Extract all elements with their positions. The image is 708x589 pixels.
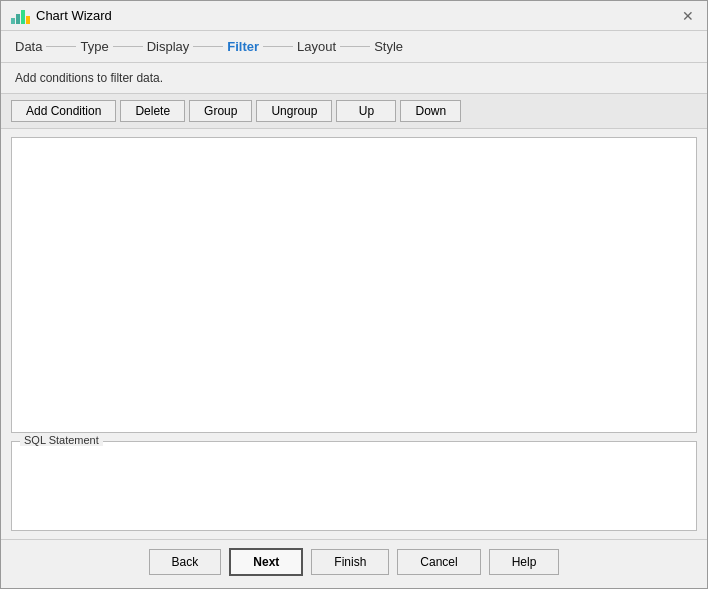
cancel-button[interactable]: Cancel bbox=[397, 549, 480, 575]
step-divider-4 bbox=[263, 46, 293, 47]
step-filter[interactable]: Filter bbox=[227, 39, 259, 54]
step-divider-5 bbox=[340, 46, 370, 47]
title-bar-left: Chart Wizard bbox=[11, 8, 112, 24]
conditions-area bbox=[11, 137, 697, 433]
finish-button[interactable]: Finish bbox=[311, 549, 389, 575]
step-divider-1 bbox=[46, 46, 76, 47]
title-bar: Chart Wizard ✕ bbox=[1, 1, 707, 31]
add-condition-button[interactable]: Add Condition bbox=[11, 100, 116, 122]
back-button[interactable]: Back bbox=[149, 549, 222, 575]
close-button[interactable]: ✕ bbox=[679, 7, 697, 25]
chart-wizard-window: Chart Wizard ✕ Data Type Display Filter … bbox=[0, 0, 708, 589]
next-button[interactable]: Next bbox=[229, 548, 303, 576]
subtitle: Add conditions to filter data. bbox=[1, 63, 707, 93]
sql-legend: SQL Statement bbox=[20, 434, 103, 446]
step-layout[interactable]: Layout bbox=[297, 39, 336, 54]
sql-textarea[interactable] bbox=[12, 442, 696, 530]
chart-wizard-icon bbox=[11, 8, 30, 24]
footer: Back Next Finish Cancel Help bbox=[1, 539, 707, 588]
toolbar: Add Condition Delete Group Ungroup Up Do… bbox=[1, 93, 707, 129]
step-style[interactable]: Style bbox=[374, 39, 403, 54]
step-display[interactable]: Display bbox=[147, 39, 190, 54]
window-title: Chart Wizard bbox=[36, 8, 112, 23]
step-divider-3 bbox=[193, 46, 223, 47]
ungroup-button[interactable]: Ungroup bbox=[256, 100, 332, 122]
step-divider-2 bbox=[113, 46, 143, 47]
down-button[interactable]: Down bbox=[400, 100, 461, 122]
step-type[interactable]: Type bbox=[80, 39, 108, 54]
group-button[interactable]: Group bbox=[189, 100, 252, 122]
delete-button[interactable]: Delete bbox=[120, 100, 185, 122]
step-data[interactable]: Data bbox=[15, 39, 42, 54]
sql-section: SQL Statement bbox=[11, 441, 697, 531]
help-button[interactable]: Help bbox=[489, 549, 560, 575]
steps-bar: Data Type Display Filter Layout Style bbox=[1, 31, 707, 63]
up-button[interactable]: Up bbox=[336, 100, 396, 122]
